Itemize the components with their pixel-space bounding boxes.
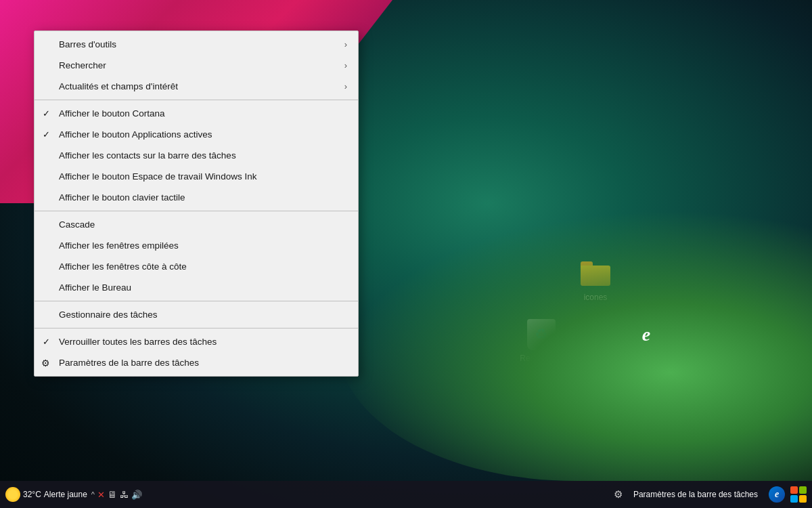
menu-item-verrouiller[interactable]: ✓ Verrouiller toutes les barres des tâch… bbox=[35, 331, 358, 352]
menu-item-parametres[interactable]: ⚙ Paramètres de la barre des tâches bbox=[35, 352, 358, 373]
icon-label-recycle-bin: Recycle Bin bbox=[520, 354, 562, 364]
tray-monitor-icon[interactable]: 🖥 bbox=[108, 489, 117, 500]
taskbar-right: ⚙ Paramètres de la barre des tâches e bbox=[614, 486, 807, 503]
menu-item-actualites[interactable]: Actualités et champs d'intérêt › bbox=[35, 76, 358, 97]
menu-item-rechercher[interactable]: Rechercher › bbox=[35, 55, 358, 76]
desktop: icones ♻ Recycle Bin Microsoft Edge Barr… bbox=[0, 0, 812, 508]
taskbar-left: 32°C Alerte jaune ^ ✕ 🖥 🖧 🔊 bbox=[5, 487, 142, 502]
menu-separator-2 bbox=[35, 211, 358, 211]
menu-item-fenetres-cote[interactable]: Afficher les fenêtres côte à côte bbox=[35, 256, 358, 277]
menu-item-gestionnaire[interactable]: Gestionnaire des tâches bbox=[35, 304, 358, 325]
tray-network-icon[interactable]: 🖧 bbox=[120, 490, 129, 500]
menu-item-cortana[interactable]: ✓ Afficher le bouton Cortana bbox=[35, 103, 358, 124]
desktop-icon-edge[interactable]: Microsoft Edge bbox=[616, 318, 677, 375]
taskbar-edge-icon[interactable]: e bbox=[769, 486, 785, 503]
tray-x-icon: ✕ bbox=[97, 490, 105, 500]
weather-temp: 32°C bbox=[23, 490, 41, 499]
desktop-icon-icones[interactable]: icones bbox=[568, 257, 623, 303]
weather-icon bbox=[5, 487, 20, 502]
weather-widget[interactable]: 32°C Alerte jaune bbox=[5, 487, 87, 502]
menu-separator-4 bbox=[35, 328, 358, 329]
gear-icon: ⚙ bbox=[41, 358, 50, 368]
menu-item-bureau[interactable]: Afficher le Bureau bbox=[35, 277, 358, 298]
recycle-bin-icon: ♻ bbox=[525, 318, 558, 351]
check-apps-actives: ✓ bbox=[43, 129, 50, 140]
menu-item-ink[interactable]: Afficher le bouton Espace de travail Win… bbox=[35, 166, 358, 187]
context-menu: Barres d'outils › Rechercher › Actualité… bbox=[34, 30, 359, 377]
menu-item-apps-actives[interactable]: ✓ Afficher le bouton Applications active… bbox=[35, 124, 358, 145]
submenu-arrow: › bbox=[344, 39, 347, 49]
tray-volume-icon[interactable]: 🔊 bbox=[131, 490, 142, 500]
edge-app-icon bbox=[630, 318, 662, 351]
check-cortana: ✓ bbox=[43, 108, 50, 119]
menu-item-cascade[interactable]: Cascade bbox=[35, 214, 358, 235]
menu-item-contacts[interactable]: Afficher les contacts sur la barre des t… bbox=[35, 145, 358, 166]
menu-item-clavier-tactile[interactable]: Afficher le bouton clavier tactile bbox=[35, 187, 358, 208]
menu-item-barres-outils[interactable]: Barres d'outils › bbox=[35, 34, 358, 55]
submenu-arrow: › bbox=[344, 81, 347, 91]
desktop-icon-recycle-bin[interactable]: ♻ Recycle Bin bbox=[514, 318, 568, 364]
taskbar-store-icon[interactable] bbox=[790, 486, 807, 503]
settings-gear-icon: ⚙ bbox=[614, 488, 623, 501]
menu-separator-3 bbox=[35, 301, 358, 301]
system-tray: ^ ✕ 🖥 🖧 🔊 bbox=[91, 489, 142, 500]
weather-alert: Alerte jaune bbox=[44, 490, 87, 499]
menu-item-fenetres-empilees[interactable]: Afficher les fenêtres empilées bbox=[35, 235, 358, 256]
icon-label-edge: Microsoft Edge bbox=[630, 354, 663, 375]
folder-icon bbox=[579, 257, 612, 290]
taskbar-settings-button[interactable]: Paramètres de la barre des tâches bbox=[628, 488, 763, 501]
tray-chevron[interactable]: ^ bbox=[91, 490, 95, 499]
menu-separator-1 bbox=[35, 100, 358, 100]
submenu-arrow: › bbox=[344, 60, 347, 70]
icon-label-icones: icones bbox=[584, 293, 608, 303]
taskbar: 32°C Alerte jaune ^ ✕ 🖥 🖧 🔊 ⚙ Paramètres… bbox=[0, 481, 812, 508]
check-verrouiller: ✓ bbox=[43, 337, 50, 347]
